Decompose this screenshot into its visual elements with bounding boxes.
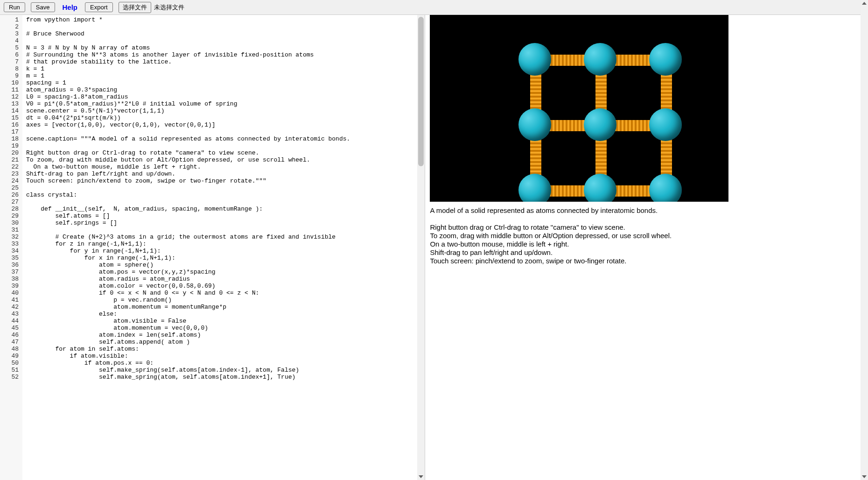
atom-sphere (649, 43, 682, 76)
code-line[interactable] (26, 199, 421, 206)
code-line[interactable]: To zoom, drag with middle button or Alt/… (26, 157, 421, 164)
code-line[interactable]: L0 = spacing-1.8*atom_radius (26, 94, 421, 101)
code-line[interactable]: if atom.visible: (26, 353, 421, 360)
line-number: 45 (2, 325, 19, 332)
editor-scrollbar[interactable] (417, 15, 425, 480)
code-line[interactable]: atom.visible = False (26, 318, 421, 325)
toolbar: Run Save Help Export 选择文件 未选择文件 (0, 0, 868, 15)
code-line[interactable]: m = 1 (26, 73, 421, 80)
code-line[interactable]: atom.radius = atom_radius (26, 276, 421, 283)
code-line[interactable]: def __init__(self, N, atom_radius, spaci… (26, 206, 421, 213)
line-number: 35 (2, 255, 19, 262)
file-input: 选择文件 未选择文件 (119, 2, 184, 13)
line-number: 2 (2, 24, 19, 31)
line-number: 50 (2, 360, 19, 367)
line-number: 52 (2, 374, 19, 381)
code-line[interactable] (26, 38, 421, 45)
code-line[interactable]: Touch screen: pinch/extend to zoom, swip… (26, 178, 421, 185)
line-number: 9 (2, 73, 19, 80)
code-line[interactable]: for z in range(-1,N+1,1): (26, 241, 421, 248)
code-line[interactable]: atom.color = vector(0,0.58,0.69) (26, 283, 421, 290)
code-line[interactable]: V0 = pi*(0.5*atom_radius)**2*L0 # initia… (26, 101, 421, 108)
chevron-down-icon[interactable] (419, 475, 423, 478)
line-number: 34 (2, 248, 19, 255)
choose-file-button[interactable]: 选择文件 (119, 2, 151, 13)
code-line[interactable]: spacing = 1 (26, 80, 421, 87)
code-line[interactable]: scene.caption= """A model of a solid rep… (26, 136, 421, 143)
code-editor[interactable]: 1234567891011121314151617181920212223242… (0, 15, 425, 480)
code-line[interactable]: p = vec.random() (26, 297, 421, 304)
code-line[interactable]: Right button drag or Ctrl-drag to rotate… (26, 150, 421, 157)
code-line[interactable]: atom.momentum = vec(0,0,0) (26, 325, 421, 332)
code-line[interactable] (26, 129, 421, 136)
line-number: 40 (2, 290, 19, 297)
chevron-down-icon[interactable] (862, 475, 867, 478)
save-button[interactable]: Save (31, 2, 55, 12)
line-number: 18 (2, 136, 19, 143)
code-line[interactable]: class crystal: (26, 192, 421, 199)
line-number: 16 (2, 122, 19, 129)
run-button[interactable]: Run (4, 2, 25, 12)
code-line[interactable]: # Surrounding the N**3 atoms is another … (26, 52, 421, 59)
line-number: 10 (2, 80, 19, 87)
scene-caption: A model of a solid represented as atoms … (430, 206, 863, 265)
atom-sphere (584, 108, 616, 141)
line-number: 29 (2, 213, 19, 220)
code-line[interactable]: from vpython import * (26, 17, 421, 24)
code-line[interactable]: self.atoms.append( atom ) (26, 339, 421, 346)
code-line[interactable]: else: (26, 311, 421, 318)
line-number: 36 (2, 262, 19, 269)
editor-scrollbar-thumb[interactable] (418, 17, 424, 166)
vpython-canvas[interactable] (430, 15, 728, 202)
line-number: 42 (2, 304, 19, 311)
output-pane: A model of a solid represented as atoms … (425, 15, 868, 480)
code-line[interactable]: if 0 <= x < N and 0 <= y < N and 0 <= z … (26, 290, 421, 297)
code-line[interactable]: Shift-drag to pan left/right and up/down… (26, 171, 421, 178)
file-status-label: 未选择文件 (154, 3, 184, 12)
code-line[interactable]: # that provide stability to the lattice. (26, 59, 421, 66)
code-line[interactable] (26, 24, 421, 31)
code-line[interactable] (26, 227, 421, 234)
line-number: 51 (2, 367, 19, 374)
line-number: 27 (2, 199, 19, 206)
code-line[interactable]: atom.momentum = momentumRange*p (26, 304, 421, 311)
line-number: 19 (2, 143, 19, 150)
export-button[interactable]: Export (85, 2, 113, 12)
code-line[interactable]: axes = [vector(1,0,0), vector(0,1,0), ve… (26, 122, 421, 129)
line-number: 8 (2, 66, 19, 73)
page-scrollbar[interactable] (861, 0, 868, 480)
line-number: 48 (2, 346, 19, 353)
line-number: 33 (2, 241, 19, 248)
code-line[interactable]: atom.pos = vector(x,y,z)*spacing (26, 269, 421, 276)
code-line[interactable]: scene.center = 0.5*(N-1)*vector(1,1,1) (26, 108, 421, 115)
code-line[interactable]: if atom.pos.x == 0: (26, 360, 421, 367)
code-line[interactable]: for atom in self.atoms: (26, 346, 421, 353)
line-number: 49 (2, 353, 19, 360)
code-line[interactable] (26, 143, 421, 150)
code-line[interactable]: N = 3 # N by N by N array of atoms (26, 45, 421, 52)
chevron-up-icon[interactable] (862, 2, 867, 5)
code-line[interactable]: for y in range(-1,N+1,1): (26, 248, 421, 255)
code-line[interactable]: k = 1 (26, 66, 421, 73)
code-line[interactable]: self.atoms = [] (26, 213, 421, 220)
code-line[interactable]: atom = sphere() (26, 262, 421, 269)
code-line[interactable]: dt = 0.04*(2*pi*sqrt(m/k)) (26, 115, 421, 122)
code-line[interactable]: # Create (N+2)^3 atoms in a grid; the ou… (26, 234, 421, 241)
code-lines[interactable]: from vpython import *# Bruce SherwoodN =… (22, 15, 425, 480)
code-line[interactable]: self.springs = [] (26, 220, 421, 227)
code-line[interactable]: atom.index = len(self.atoms) (26, 332, 421, 339)
code-line[interactable]: self.make_spring(self.atoms[atom.index-1… (26, 367, 421, 374)
line-number: 24 (2, 178, 19, 185)
line-number: 5 (2, 45, 19, 52)
line-number: 41 (2, 297, 19, 304)
code-line[interactable]: # Bruce Sherwood (26, 31, 421, 38)
code-line[interactable]: self.make_spring(atom, self.atoms[atom.i… (26, 374, 421, 381)
help-link[interactable]: Help (61, 3, 80, 11)
line-number: 38 (2, 276, 19, 283)
line-number: 25 (2, 185, 19, 192)
line-number: 32 (2, 234, 19, 241)
code-line[interactable]: for x in range(-1,N+1,1): (26, 255, 421, 262)
code-line[interactable]: atom_radius = 0.3*spacing (26, 87, 421, 94)
code-line[interactable]: On a two-button mouse, middle is left + … (26, 164, 421, 171)
code-line[interactable] (26, 185, 421, 192)
